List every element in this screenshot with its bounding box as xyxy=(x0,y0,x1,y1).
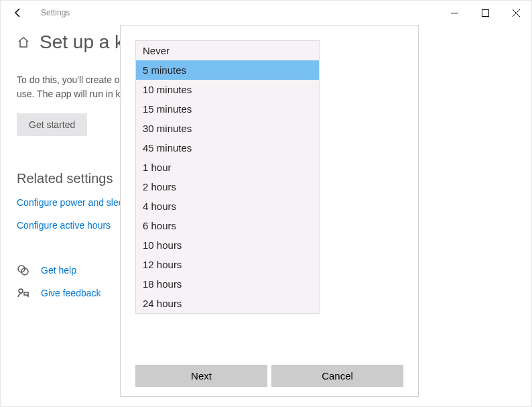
window-title: Settings xyxy=(41,8,70,17)
dropdown-option[interactable]: 15 minutes xyxy=(136,99,319,119)
dropdown-option[interactable]: 24 hours xyxy=(136,294,319,313)
get-help-link[interactable]: Get help xyxy=(41,265,76,276)
feedback-icon xyxy=(17,287,29,299)
idle-timeout-dropdown[interactable]: Never5 minutes10 minutes15 minutes30 min… xyxy=(135,40,320,314)
svg-rect-1 xyxy=(482,9,488,16)
give-feedback-link[interactable]: Give feedback xyxy=(41,288,101,298)
dropdown-option[interactable]: 30 minutes xyxy=(136,119,319,138)
dropdown-option[interactable]: 1 hour xyxy=(136,158,319,177)
dropdown-option[interactable]: Never xyxy=(136,41,319,60)
minimize-button[interactable] xyxy=(439,3,470,23)
dropdown-option[interactable]: 5 minutes xyxy=(136,60,319,80)
svg-point-6 xyxy=(19,289,23,293)
maximize-button[interactable] xyxy=(470,3,501,23)
cancel-button[interactable]: Cancel xyxy=(271,365,403,387)
next-button[interactable]: Next xyxy=(135,365,267,387)
kiosk-wizard-modal: Never5 minutes10 minutes15 minutes30 min… xyxy=(120,25,419,397)
dropdown-option[interactable]: 10 minutes xyxy=(136,80,319,99)
dropdown-option[interactable]: 4 hours xyxy=(136,196,319,216)
close-button[interactable] xyxy=(501,3,531,23)
dropdown-option[interactable]: 2 hours xyxy=(136,177,319,196)
back-button[interactable] xyxy=(10,5,26,21)
dropdown-option[interactable]: 6 hours xyxy=(136,216,319,235)
get-started-button[interactable]: Get started xyxy=(17,113,87,136)
home-icon xyxy=(17,36,30,49)
dropdown-option[interactable]: 45 minutes xyxy=(136,138,319,158)
dropdown-option[interactable]: 12 hours xyxy=(136,255,319,274)
dropdown-option[interactable]: 18 hours xyxy=(136,274,319,294)
help-icon xyxy=(17,264,29,276)
dropdown-option[interactable]: 10 hours xyxy=(136,235,319,255)
